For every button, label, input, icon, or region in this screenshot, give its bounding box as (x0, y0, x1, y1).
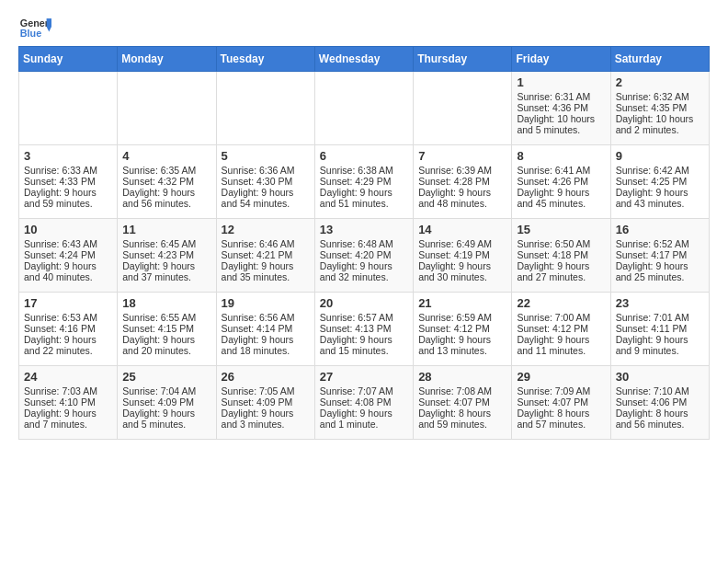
day-info: Sunset: 4:12 PM (418, 323, 506, 334)
day-number: 6 (320, 149, 408, 163)
day-info: Sunrise: 6:35 AM (122, 165, 210, 176)
day-info: Daylight: 9 hours and 11 minutes. (517, 334, 605, 356)
day-info: Sunrise: 6:56 AM (222, 312, 310, 323)
day-info: Sunset: 4:18 PM (517, 249, 605, 260)
calendar-cell: 19Sunrise: 6:56 AMSunset: 4:14 PMDayligh… (216, 293, 314, 366)
day-info: Sunset: 4:09 PM (222, 396, 310, 408)
day-info: Sunrise: 6:38 AM (320, 165, 408, 176)
day-info: Sunrise: 6:31 AM (517, 91, 605, 102)
calendar-cell: 18Sunrise: 6:55 AMSunset: 4:15 PMDayligh… (118, 293, 216, 366)
calendar-cell: 5Sunrise: 6:36 AMSunset: 4:30 PMDaylight… (216, 145, 314, 219)
day-of-week-header: Monday (118, 47, 216, 72)
day-number: 17 (24, 296, 112, 310)
day-of-week-header: Tuesday (216, 47, 314, 72)
day-info: Sunrise: 7:09 AM (517, 385, 605, 396)
day-info: Daylight: 9 hours and 27 minutes. (517, 260, 605, 282)
day-info: Sunrise: 6:32 AM (616, 91, 704, 102)
day-info: Daylight: 9 hours and 35 minutes. (222, 260, 310, 282)
calendar-header-row: SundayMondayTuesdayWednesdayThursdayFrid… (19, 47, 710, 72)
calendar-cell: 14Sunrise: 6:49 AMSunset: 4:19 PMDayligh… (414, 219, 512, 293)
day-info: Sunrise: 7:05 AM (222, 385, 310, 396)
day-info: Daylight: 9 hours and 5 minutes. (122, 408, 210, 430)
day-info: Daylight: 9 hours and 22 minutes. (24, 334, 112, 356)
calendar-cell: 3Sunrise: 6:33 AMSunset: 4:33 PMDaylight… (19, 145, 118, 219)
day-number: 19 (222, 296, 310, 310)
day-info: Sunset: 4:24 PM (24, 249, 112, 260)
day-of-week-header: Friday (512, 47, 610, 72)
day-info: Daylight: 9 hours and 51 minutes. (320, 187, 408, 209)
day-info: Daylight: 9 hours and 56 minutes. (122, 187, 210, 209)
calendar-week-row: 10Sunrise: 6:43 AMSunset: 4:24 PMDayligh… (19, 219, 710, 293)
calendar-cell: 27Sunrise: 7:07 AMSunset: 4:08 PMDayligh… (314, 366, 413, 440)
day-info: Daylight: 9 hours and 59 minutes. (24, 187, 112, 209)
day-info: Sunset: 4:13 PM (320, 323, 408, 334)
day-info: Daylight: 9 hours and 45 minutes. (517, 187, 605, 209)
svg-marker-3 (47, 27, 51, 31)
calendar-cell: 12Sunrise: 6:46 AMSunset: 4:21 PMDayligh… (216, 219, 314, 293)
day-number: 7 (418, 149, 506, 163)
day-info: Daylight: 9 hours and 13 minutes. (418, 334, 506, 356)
calendar-cell (118, 72, 216, 145)
day-info: Daylight: 9 hours and 1 minute. (320, 408, 408, 430)
day-info: Daylight: 9 hours and 9 minutes. (616, 334, 704, 356)
day-info: Sunset: 4:06 PM (616, 396, 704, 408)
calendar-cell: 22Sunrise: 7:00 AMSunset: 4:12 PMDayligh… (512, 293, 610, 366)
svg-marker-2 (47, 18, 51, 27)
day-number: 26 (222, 370, 310, 384)
day-info: Sunset: 4:15 PM (122, 323, 210, 334)
calendar-week-row: 24Sunrise: 7:03 AMSunset: 4:10 PMDayligh… (19, 366, 710, 440)
day-info: Daylight: 10 hours and 2 minutes. (616, 113, 704, 135)
day-info: Sunset: 4:30 PM (222, 176, 310, 187)
day-info: Sunset: 4:29 PM (320, 176, 408, 187)
day-number: 12 (222, 223, 310, 236)
calendar-cell: 29Sunrise: 7:09 AMSunset: 4:07 PMDayligh… (512, 366, 610, 440)
calendar-cell: 9Sunrise: 6:42 AMSunset: 4:25 PMDaylight… (610, 145, 709, 219)
day-info: Daylight: 9 hours and 3 minutes. (222, 408, 310, 430)
day-of-week-header: Saturday (610, 47, 709, 72)
day-info: Sunset: 4:16 PM (24, 323, 112, 334)
calendar-cell: 2Sunrise: 6:32 AMSunset: 4:35 PMDaylight… (610, 72, 709, 145)
day-info: Sunset: 4:28 PM (418, 176, 506, 187)
calendar-table: SundayMondayTuesdayWednesdayThursdayFrid… (18, 46, 710, 440)
day-number: 23 (616, 296, 704, 310)
calendar-cell: 4Sunrise: 6:35 AMSunset: 4:32 PMDaylight… (118, 145, 216, 219)
day-number: 18 (122, 296, 210, 310)
day-number: 25 (122, 370, 210, 384)
calendar-cell: 1Sunrise: 6:31 AMSunset: 4:36 PMDaylight… (512, 72, 610, 145)
day-info: Sunrise: 7:07 AM (320, 385, 408, 396)
day-info: Sunset: 4:25 PM (616, 176, 704, 187)
calendar-cell: 13Sunrise: 6:48 AMSunset: 4:20 PMDayligh… (314, 219, 413, 293)
day-info: Sunset: 4:23 PM (122, 249, 210, 260)
day-number: 4 (122, 149, 210, 163)
day-info: Sunset: 4:12 PM (517, 323, 605, 334)
day-info: Sunset: 4:11 PM (616, 323, 704, 334)
calendar-cell: 24Sunrise: 7:03 AMSunset: 4:10 PMDayligh… (19, 366, 118, 440)
calendar-cell: 30Sunrise: 7:10 AMSunset: 4:06 PMDayligh… (610, 366, 709, 440)
calendar-cell: 25Sunrise: 7:04 AMSunset: 4:09 PMDayligh… (118, 366, 216, 440)
day-info: Daylight: 8 hours and 59 minutes. (418, 408, 506, 430)
day-info: Sunset: 4:10 PM (24, 396, 112, 408)
day-info: Sunrise: 6:41 AM (517, 165, 605, 176)
day-info: Sunrise: 6:50 AM (517, 238, 605, 249)
day-info: Sunrise: 6:42 AM (616, 165, 704, 176)
day-info: Sunrise: 6:53 AM (24, 312, 112, 323)
day-info: Daylight: 9 hours and 18 minutes. (222, 334, 310, 356)
day-info: Sunrise: 6:55 AM (122, 312, 210, 323)
day-number: 28 (418, 370, 506, 384)
day-info: Sunset: 4:17 PM (616, 249, 704, 260)
calendar-cell: 11Sunrise: 6:45 AMSunset: 4:23 PMDayligh… (118, 219, 216, 293)
day-info: Daylight: 9 hours and 37 minutes. (122, 260, 210, 282)
day-info: Daylight: 9 hours and 30 minutes. (418, 260, 506, 282)
day-info: Daylight: 9 hours and 54 minutes. (222, 187, 310, 209)
calendar-cell: 26Sunrise: 7:05 AMSunset: 4:09 PMDayligh… (216, 366, 314, 440)
day-info: Sunrise: 6:43 AM (24, 238, 112, 249)
calendar-week-row: 17Sunrise: 6:53 AMSunset: 4:16 PMDayligh… (19, 293, 710, 366)
calendar-cell: 15Sunrise: 6:50 AMSunset: 4:18 PMDayligh… (512, 219, 610, 293)
day-info: Daylight: 9 hours and 15 minutes. (320, 334, 408, 356)
day-info: Daylight: 9 hours and 7 minutes. (24, 408, 112, 430)
logo-icon: General Blue (18, 15, 51, 40)
logo: General Blue (18, 15, 51, 40)
day-info: Sunrise: 6:52 AM (616, 238, 704, 249)
day-info: Sunrise: 7:00 AM (517, 312, 605, 323)
day-info: Sunset: 4:14 PM (222, 323, 310, 334)
